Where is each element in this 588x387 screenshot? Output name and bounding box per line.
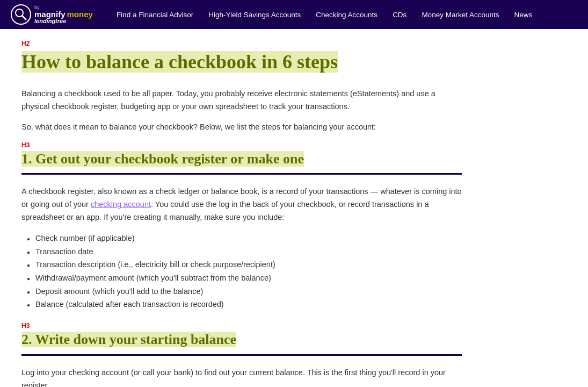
- nav-item-cds[interactable]: CDs: [385, 10, 414, 19]
- nav-item-find-advisor[interactable]: Find a Financial Advisor: [109, 10, 201, 19]
- nav-link-find-advisor[interactable]: Find a Financial Advisor: [109, 11, 201, 19]
- bullet-item-5: Deposit amount (which you'll add to the …: [27, 285, 462, 298]
- section-2-divider: [21, 354, 462, 356]
- nav-item-high-yield[interactable]: High-Yield Savings Accounts: [201, 10, 308, 19]
- bullet-item-3: Transaction description (i.e., electrici…: [27, 258, 462, 271]
- svg-point-0: [16, 9, 23, 17]
- intro-paragraph-2: So, what does it mean to balance your ch…: [21, 121, 462, 134]
- h3-label-1: H3: [21, 141, 567, 149]
- article-content: H2 How to balance a checkbook in 6 steps…: [0, 29, 588, 387]
- nav-link-high-yield[interactable]: High-Yield Savings Accounts: [201, 11, 308, 19]
- nav-item-news[interactable]: News: [506, 10, 540, 19]
- section-2: H3 2. Write down your starting balance L…: [21, 322, 567, 387]
- h3-label-2: H3: [21, 322, 567, 329]
- section-1-heading: 1. Get out your checkbook register or ma…: [21, 151, 304, 167]
- nav-link-money-market[interactable]: Money Market Accounts: [414, 11, 506, 19]
- logo-icon: [11, 4, 31, 25]
- main-navigation: by magnify money lendingtree Find a Fina…: [0, 0, 588, 29]
- checkbook-register-items: Check number (if applicable) Transaction…: [21, 232, 462, 311]
- h2-label-wrapper: H2 How to balance a checkbook in 6 steps: [21, 40, 567, 75]
- section-1-divider: [21, 173, 462, 175]
- section-1-body-1: A checkbook register, also known as a ch…: [21, 185, 462, 224]
- intro-paragraph-1: Balancing a checkbook used to be all pap…: [21, 88, 462, 113]
- logo-text-group: by magnify money lendingtree: [34, 5, 93, 24]
- nav-item-money-market[interactable]: Money Market Accounts: [414, 10, 506, 19]
- section-1: H3 1. Get out your checkbook register or…: [21, 141, 567, 311]
- nav-links-list: Find a Financial Advisor High-Yield Savi…: [109, 10, 540, 19]
- logo-lendingtree: lendingtree: [34, 18, 93, 24]
- magnify-icon: [14, 8, 28, 22]
- article-title: How to balance a checkbook in 6 steps: [21, 51, 338, 73]
- bullet-item-4: Withdrawal/payment amount (which you'll …: [27, 271, 462, 285]
- nav-link-cds[interactable]: CDs: [385, 11, 414, 19]
- logo-magnify: magnify: [34, 10, 66, 18]
- site-logo[interactable]: by magnify money lendingtree: [11, 4, 93, 25]
- bullet-item-1: Check number (if applicable): [27, 232, 462, 245]
- nav-item-checking[interactable]: Checking Accounts: [308, 10, 385, 19]
- nav-link-news[interactable]: News: [506, 11, 540, 19]
- svg-line-1: [22, 16, 26, 20]
- bullet-item-2: Transaction date: [27, 245, 462, 259]
- section-2-heading: 2. Write down your starting balance: [21, 332, 236, 347]
- h2-label: H2: [21, 40, 567, 47]
- checking-account-link[interactable]: checking account: [91, 200, 151, 209]
- logo-money: money: [67, 10, 93, 18]
- section-2-body-1: Log into your checking account (or call …: [21, 367, 462, 387]
- nav-link-checking[interactable]: Checking Accounts: [308, 11, 385, 19]
- article-title-wrapper: How to balance a checkbook in 6 steps: [21, 49, 567, 75]
- bullet-item-6: Balance (calculated after each transacti…: [27, 298, 462, 311]
